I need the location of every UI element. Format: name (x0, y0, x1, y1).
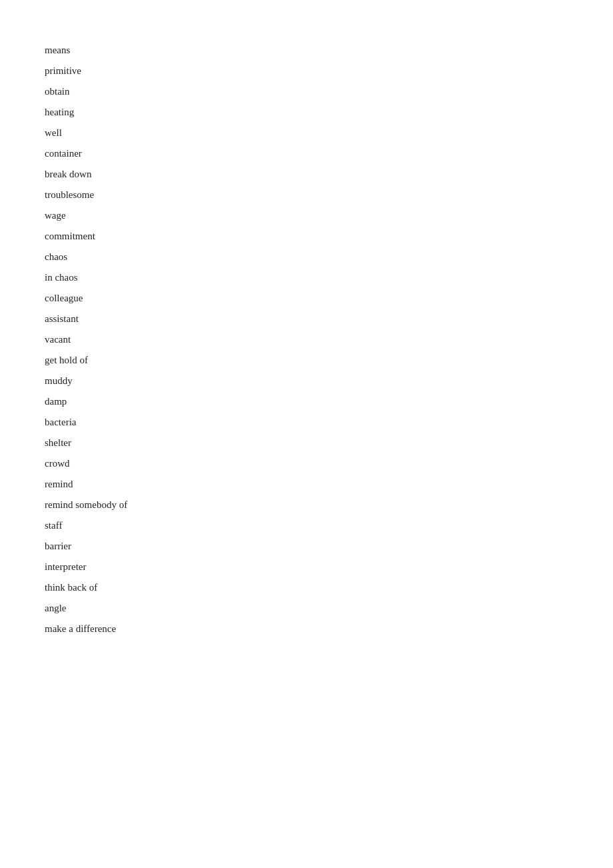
list-item: in chaos (45, 267, 568, 288)
list-item: crowd (45, 453, 568, 474)
list-item: remind (45, 474, 568, 495)
list-item: damp (45, 391, 568, 412)
list-item: break down (45, 164, 568, 185)
list-item: primitive (45, 61, 568, 81)
list-item: well (45, 123, 568, 143)
list-item: make a difference (45, 619, 568, 639)
list-item: obtain (45, 81, 568, 102)
list-item: troublesome (45, 185, 568, 205)
list-item: vacant (45, 329, 568, 350)
list-item: get hold of (45, 350, 568, 371)
list-item: shelter (45, 433, 568, 453)
list-item: interpreter (45, 557, 568, 577)
list-item: means (45, 40, 568, 61)
word-list: meansprimitiveobtainheatingwellcontainer… (45, 40, 568, 639)
list-item: angle (45, 598, 568, 619)
list-item: assistant (45, 309, 568, 329)
list-item: container (45, 143, 568, 164)
list-item: heating (45, 102, 568, 123)
list-item: colleague (45, 288, 568, 309)
list-item: bacteria (45, 412, 568, 433)
list-item: chaos (45, 247, 568, 267)
list-item: barrier (45, 536, 568, 557)
list-item: muddy (45, 371, 568, 391)
list-item: think back of (45, 577, 568, 598)
list-item: staff (45, 515, 568, 536)
list-item: remind somebody of (45, 495, 568, 515)
list-item: wage (45, 205, 568, 226)
list-item: commitment (45, 226, 568, 247)
